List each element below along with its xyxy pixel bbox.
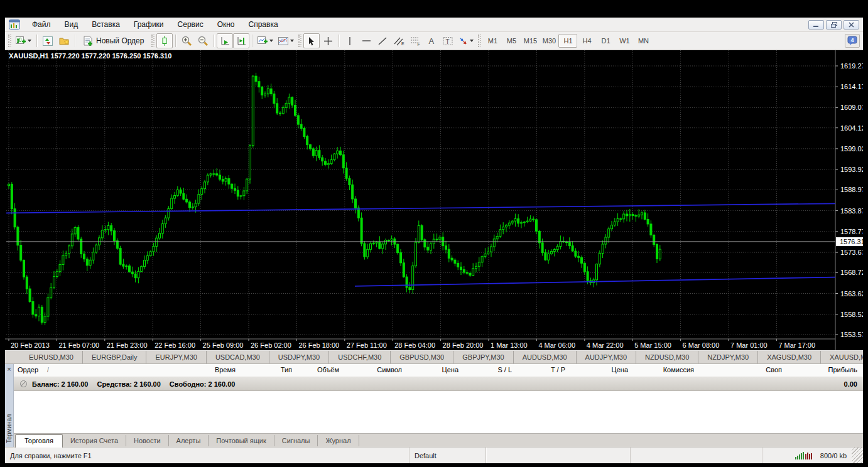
crosshair-tool-button[interactable]: [320, 33, 336, 48]
column-header[interactable]: Объём: [317, 366, 339, 373]
toolbar-grip[interactable]: [151, 35, 155, 47]
column-header[interactable]: Символ: [377, 366, 402, 373]
text-label-tool-button[interactable]: T: [440, 33, 456, 48]
zoom-out-button[interactable]: [195, 33, 211, 48]
auto-scroll-button[interactable]: [217, 33, 233, 48]
column-header[interactable]: Ордер/: [18, 366, 49, 373]
terminal-tab-журнал[interactable]: Журнал: [318, 435, 359, 446]
fibonacci-tool-button[interactable]: F: [407, 33, 423, 48]
terminal-panel: × Терминал Ордер/ВремяТипОбъёмСимволЦена…: [5, 363, 863, 447]
chart-tab-eurgbp[interactable]: EURGBP,Daily: [83, 351, 147, 363]
timeframe-m15-button[interactable]: M15: [521, 34, 540, 48]
notifications-button[interactable]: 4: [845, 34, 860, 48]
horizontal-line-tool-button[interactable]: [358, 33, 374, 48]
resize-grip[interactable]: [852, 448, 863, 463]
chart-tab-eurusd[interactable]: EURUSD,M30: [20, 351, 83, 363]
terminal-tab-алерты[interactable]: Алерты: [169, 435, 209, 446]
toolbar-grip[interactable]: [298, 35, 301, 47]
chart-tab-usdjpy[interactable]: USDJPY,M30: [269, 351, 329, 363]
restore-button[interactable]: [826, 20, 842, 30]
candlestick-chart-button[interactable]: [156, 33, 173, 48]
orders-table-body[interactable]: [14, 391, 863, 433]
svg-text:26 Feb 02:00: 26 Feb 02:00: [251, 341, 291, 349]
column-header[interactable]: T / P: [551, 366, 565, 373]
market-watch-button[interactable]: [40, 33, 56, 48]
column-header[interactable]: Прибыль: [828, 366, 857, 373]
new-order-button[interactable]: Новый Ордер: [78, 33, 149, 48]
chevron-down-icon: [470, 40, 474, 42]
menu-сервис[interactable]: Сервис: [171, 18, 210, 31]
minimize-button[interactable]: [808, 20, 824, 30]
text-tool-button[interactable]: A: [423, 33, 440, 48]
chart-tab-xauusd[interactable]: XAUUSD,M30: [821, 351, 863, 363]
chart-shift-button[interactable]: [233, 33, 249, 48]
candlestick-chart[interactable]: 1619.2701614.1701609.0701604.1201599.020…: [5, 50, 863, 350]
timeframe-w1-button[interactable]: W1: [615, 34, 634, 48]
chart-tab-audjpy[interactable]: AUDJPY,M30: [577, 351, 636, 363]
vertical-line-tool-button[interactable]: [342, 33, 358, 48]
chart-info-label: XAUUSD,H1 1577.220 1577.220 1576.250 157…: [9, 52, 171, 60]
equity-value: Средства: 2 160.00: [97, 380, 160, 388]
zoom-in-button[interactable]: [178, 33, 195, 48]
column-header[interactable]: Своп: [766, 366, 782, 373]
menu-файл[interactable]: Файл: [25, 18, 58, 31]
column-header[interactable]: Цена: [612, 366, 628, 373]
column-header[interactable]: S / L: [497, 366, 512, 373]
svg-text:T: T: [445, 38, 449, 45]
svg-text:1619.270: 1619.270: [840, 62, 863, 70]
column-header[interactable]: Время: [215, 366, 236, 373]
chart-tab-gbpusd[interactable]: GBPUSD,M30: [391, 351, 453, 363]
chart-tab-nzdjpy[interactable]: NZDJPY,M30: [698, 351, 758, 363]
timeframe-m30-button[interactable]: M30: [540, 34, 558, 48]
menu-вид[interactable]: Вид: [58, 18, 85, 31]
menu-графики[interactable]: Графики: [127, 18, 171, 31]
toolbar-grip[interactable]: [478, 35, 481, 47]
arrows-tool-button[interactable]: [456, 33, 476, 48]
svg-text:F: F: [417, 41, 420, 46]
column-header[interactable]: Тип: [281, 366, 292, 373]
status-profile[interactable]: Default: [410, 448, 486, 463]
terminal-close-icon[interactable]: ×: [7, 365, 11, 373]
terminal-panel-label[interactable]: Терминал: [6, 414, 13, 443]
svg-text:1553.570: 1553.570: [840, 331, 863, 338]
templates-button[interactable]: [276, 33, 296, 48]
favorites-button[interactable]: [56, 33, 72, 48]
column-header[interactable]: Цена: [442, 366, 458, 373]
toolbar-separator: [214, 35, 214, 47]
svg-text:6 Mar 08:00: 6 Mar 08:00: [683, 341, 720, 349]
chart-tab-gbpjpy[interactable]: GBPJPY,M30: [453, 351, 513, 363]
indicators-button[interactable]: [255, 33, 276, 48]
equidistant-channel-tool-button[interactable]: E: [391, 33, 407, 48]
terminal-tab-сигналы[interactable]: Сигналы: [274, 435, 318, 446]
terminal-tabs: ТорговляИстория СчетаНовостиАлертыПочтов…: [14, 433, 863, 447]
window-controls: [808, 20, 863, 30]
terminal-tab-новости[interactable]: Новости: [126, 435, 169, 446]
terminal-tab-торговля[interactable]: Торговля: [15, 434, 63, 448]
menu-справка[interactable]: Справка: [242, 18, 285, 31]
chart-area[interactable]: 1619.2701614.1701609.0701604.1201599.020…: [5, 50, 863, 350]
chart-tab-eurjpy[interactable]: EURJPY,M30: [146, 351, 206, 363]
timeframe-h1-button[interactable]: H1: [558, 34, 577, 48]
chart-tab-audusd[interactable]: AUDUSD,M30: [514, 351, 577, 363]
chart-tab-usdchf[interactable]: USDCHF,M30: [329, 351, 391, 363]
menu-вставка[interactable]: Вставка: [85, 18, 127, 31]
toolbar-grip[interactable]: [8, 35, 11, 47]
close-button[interactable]: [844, 20, 859, 30]
status-connection[interactable]: 800/0 kb: [762, 448, 852, 463]
chart-tab-xagusd[interactable]: XAGUSD,M30: [758, 351, 821, 363]
terminal-tab-история-счета[interactable]: История Счета: [63, 435, 126, 446]
timeframe-m5-button[interactable]: M5: [502, 34, 521, 48]
chart-tab-usdcad[interactable]: USDCAD,M30: [207, 351, 269, 363]
trendline-tool-button[interactable]: [374, 33, 391, 48]
menu-окно[interactable]: Окно: [210, 18, 242, 31]
chart-tab-nzdusd[interactable]: NZDUSD,M30: [636, 351, 698, 363]
timeframe-h4-button[interactable]: H4: [577, 34, 596, 48]
timeframe-m1-button[interactable]: M1: [483, 34, 502, 48]
cursor-tool-button[interactable]: [303, 33, 320, 48]
terminal-tab-почтовый-ящик[interactable]: Почтовый ящик: [209, 435, 274, 446]
timeframe-mn-button[interactable]: MN: [634, 34, 653, 48]
timeframe-d1-button[interactable]: D1: [596, 34, 615, 48]
new-chart-button[interactable]: [13, 33, 34, 48]
column-header[interactable]: Комиссия: [663, 366, 694, 373]
svg-text:E: E: [401, 41, 404, 46]
